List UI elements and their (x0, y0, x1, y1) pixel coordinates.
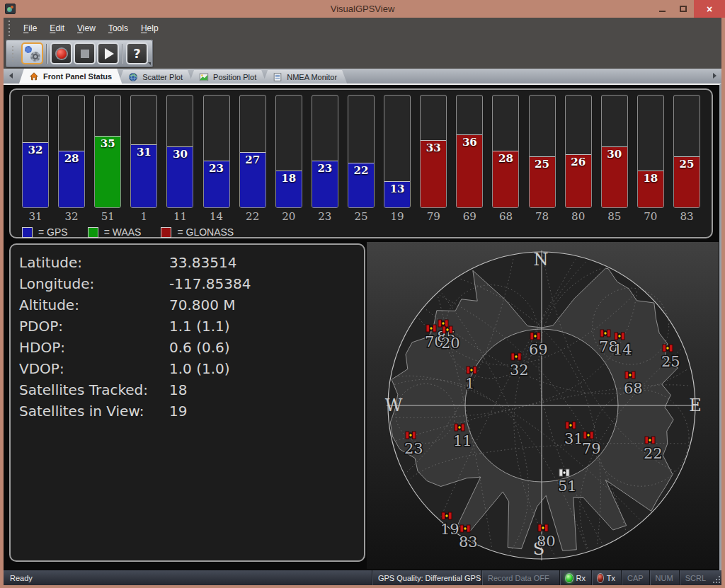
satellite-prn-label: 23 (404, 440, 423, 457)
bar-fill: 33 (421, 140, 446, 207)
bar-prn-label: 25 (354, 210, 367, 223)
toolbar-strip: ? (6, 40, 153, 67)
signal-bar-prn-20: 1820 (275, 95, 302, 223)
record-button[interactable] (50, 42, 72, 64)
satellite-prn-label: 80 (537, 533, 556, 550)
resize-grip-icon[interactable] (712, 570, 721, 585)
menu-item-view[interactable]: View (71, 21, 102, 35)
bar-fill: 28 (59, 151, 84, 207)
bar-prn-label: 19 (391, 210, 404, 223)
bar-fill: 30 (602, 146, 627, 207)
play-icon (105, 48, 114, 59)
bar-track: 25 (529, 95, 556, 208)
help-button[interactable]: ? (126, 42, 148, 64)
signal-bar-prn-68: 2868 (492, 95, 519, 223)
info-row: Satellites Tracked:18 (19, 379, 364, 400)
legend-label: = WAAS (104, 226, 142, 238)
legend: = GPS= WAAS= GLONASS (11, 223, 712, 238)
bar-fill: 32 (23, 142, 48, 207)
satellite-prn-label: 19 (440, 521, 459, 538)
bar-snr-value: 30 (602, 147, 627, 161)
bar-track: 32 (22, 95, 49, 208)
rx-label: Rx (576, 574, 586, 582)
tab-scroll-right-button[interactable] (709, 71, 719, 81)
bar-track: 26 (565, 95, 592, 208)
position-info-panel: Latitude:33.83514Longitude:-117.85384Alt… (9, 243, 365, 562)
bar-fill: 35 (95, 136, 120, 207)
globe-icon (128, 72, 138, 82)
bar-fill: 28 (493, 151, 518, 207)
menu-item-edit[interactable]: Edit (43, 21, 71, 35)
menu-item-help[interactable]: Help (135, 21, 165, 35)
num-lock-indicator: NUM (649, 570, 679, 585)
bar-prn-label: 31 (28, 210, 42, 223)
help-icon: ? (133, 46, 140, 61)
satellite-prn-label: 68 (624, 380, 643, 397)
chevron-left-icon (9, 73, 13, 79)
signal-bar-prn-32: 2832 (58, 95, 85, 223)
info-row: HDOP:0.6 (0.6) (19, 337, 364, 358)
bar-track: 28 (492, 95, 519, 208)
bar-prn-label: 78 (535, 210, 549, 223)
signal-bar-prn-78: 2578 (529, 95, 556, 223)
bar-track: 13 (384, 95, 411, 208)
signal-strength-panel: 3231283235513113011231427221820232322251… (9, 88, 713, 238)
tab-bar: Front Panel StatusScatter PlotPosition P… (4, 69, 721, 83)
tab-position-plot[interactable]: Position Plot (189, 70, 266, 83)
bar-prn-label: 14 (210, 210, 223, 223)
rx-indicator: Rx (559, 570, 591, 585)
info-value: 19 (169, 403, 364, 420)
signal-bar-prn-14: 2314 (203, 95, 230, 223)
signal-bar-prn-23: 2323 (312, 95, 338, 223)
toolbar: ? (4, 39, 721, 69)
status-bar: Ready GPS Quality: Differential GPS Reco… (4, 570, 721, 585)
satellite-prn-label: 83 (459, 534, 478, 550)
caps-lock-indicator: CAP (621, 570, 649, 585)
bar-track: 23 (312, 95, 338, 208)
bar-snr-value: 36 (457, 135, 482, 149)
bar-prn-label: 32 (65, 210, 79, 223)
bar-track: 31 (130, 95, 157, 208)
info-row: PDOP:1.1 (1.1) (19, 316, 364, 337)
record-data-status: Record Data OFF (481, 570, 559, 585)
sky-plot-area: NWES708520693217814256823113179225119838… (367, 242, 719, 569)
bar-fill: 26 (566, 154, 591, 207)
satellite-prn-label: 79 (582, 440, 601, 457)
settings-button[interactable] (21, 42, 43, 64)
toolbar-separator (122, 44, 123, 64)
info-value: 1.1 (1.1) (169, 318, 364, 335)
menu-grip-icon (8, 21, 11, 36)
signal-bar-prn-80: 2680 (565, 95, 592, 223)
signal-bar-prn-1: 311 (130, 95, 157, 223)
bar-prn-label: 68 (499, 210, 513, 223)
signal-bar-prn-83: 2583 (673, 95, 700, 223)
tab-label: Scatter Plot (142, 73, 183, 81)
menu-item-tools[interactable]: Tools (102, 21, 135, 35)
menu-items: FileEditViewToolsHelp (17, 21, 165, 35)
info-label: PDOP: (19, 318, 169, 335)
tx-led (598, 574, 603, 582)
toolbar-overflow-icon[interactable] (148, 62, 151, 65)
play-button[interactable] (97, 42, 119, 64)
bar-fill: 30 (167, 146, 193, 207)
tab-scroll-left-button[interactable] (6, 71, 16, 81)
tab-front-panel-status[interactable]: Front Panel Status (19, 69, 122, 83)
bar-snr-value: 23 (204, 161, 229, 175)
bar-fill: 22 (348, 163, 374, 207)
stop-button[interactable] (74, 42, 96, 64)
signal-bar-prn-22: 2722 (239, 95, 266, 223)
bar-fill: 18 (276, 171, 302, 207)
menu-item-file[interactable]: File (17, 21, 43, 35)
bar-track: 28 (58, 95, 85, 208)
tab-nmea-monitor[interactable]: NMEA Monitor (263, 70, 347, 83)
bar-snr-value: 31 (131, 145, 156, 159)
info-value: 1.0 (1.0) (169, 360, 364, 377)
info-label: VDOP: (19, 360, 169, 377)
tab-scatter-plot[interactable]: Scatter Plot (118, 70, 193, 83)
signal-bar-prn-85: 3085 (601, 95, 628, 223)
bar-prn-label: 22 (246, 210, 259, 223)
legend-label: = GLONASS (177, 226, 234, 238)
bar-snr-value: 30 (167, 147, 193, 161)
info-row: Longitude:-117.85384 (19, 273, 364, 294)
tab-label: Front Panel Status (43, 72, 112, 81)
